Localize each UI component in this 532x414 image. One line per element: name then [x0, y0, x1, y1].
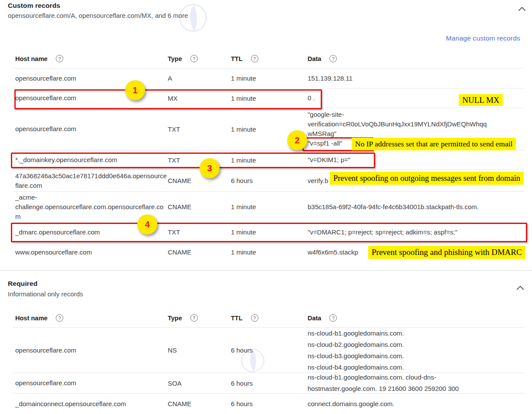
record-type: CNAME — [168, 400, 231, 407]
host-name: *._domainkey.opensourceflare.com — [15, 156, 117, 163]
record-ttl: 1 minute — [231, 203, 308, 210]
record-type: TXT — [168, 156, 231, 164]
help-icon[interactable]: ? — [251, 55, 258, 62]
record-data: verify.b — [308, 176, 524, 186]
record-type: CNAME — [168, 203, 231, 210]
record-ttl: 1 minute — [231, 95, 308, 102]
host-name: _dmarc.opensourceflare.com — [15, 228, 100, 236]
section-divider — [0, 270, 532, 271]
table-row-domainconnect: _domainconnect.opensourceflare.com CNAME… — [13, 394, 524, 414]
record-ttl: 6 hours — [231, 177, 308, 184]
table-row-mx: opensourceflare.com MX 1 minute 0 . — [13, 88, 524, 108]
col-data: Data — [308, 55, 321, 62]
record-data: 0 . — [308, 93, 524, 103]
record-data: "google-site- — [308, 110, 524, 119]
record-ttl: 1 minute — [231, 75, 308, 82]
required-subtitle: Informational only records — [8, 290, 83, 298]
table-row-dkim: *._domainkey.opensourceflare.com TXT 1 m… — [13, 150, 524, 170]
record-type: MX — [168, 95, 231, 102]
record-data: wMSRag" — [308, 129, 524, 139]
custom-table-header-row: Host name? Type? TTL? Data? — [13, 49, 524, 68]
host-name: opensourceflare.com — [15, 379, 76, 387]
table-row-txt-spf: opensourceflare.com TXT 1 minute "google… — [13, 108, 524, 150]
record-data: "v=DKIM1; p=" — [308, 155, 524, 165]
record-ttl: 1 minute — [231, 126, 308, 133]
custom-records-title: Custom records — [8, 2, 60, 10]
help-icon[interactable]: ? — [56, 314, 63, 322]
required-title: Required — [8, 280, 37, 288]
host-name: opensourceflare.com — [15, 125, 76, 132]
record-ttl: 1 minute — [231, 228, 308, 236]
col-host-name: Host name — [15, 315, 47, 322]
record-type: TXT — [168, 126, 231, 133]
help-icon[interactable]: ? — [329, 55, 337, 62]
table-row-www: www.opensourceflare.com CNAME 1 minute w… — [13, 242, 524, 262]
record-data: "v=DMARC1; p=reject; sp=reject; adkim=s;… — [308, 227, 524, 237]
record-type: CNAME — [168, 177, 231, 184]
host-name: 47a368246a3c50ac1e78171ddd0e646a.opensou… — [15, 172, 167, 189]
host-name: www.opensourceflare.com — [15, 248, 92, 256]
record-type: A — [168, 75, 231, 82]
host-name: opensourceflare.com — [15, 346, 76, 354]
watermark-logo — [176, 3, 210, 36]
host-name: _domainconnect.opensourceflare.com — [15, 400, 126, 407]
host-name: opensourceflare.com — [15, 94, 76, 102]
record-data: 151.139.128.11 — [308, 74, 524, 83]
record-ttl: 1 minute — [231, 156, 308, 164]
record-type: SOA — [168, 380, 231, 387]
help-icon[interactable]: ? — [56, 55, 63, 62]
help-icon[interactable]: ? — [190, 55, 198, 62]
record-ttl: 6 hours — [231, 400, 308, 407]
record-data: verification=cR0oLVoQbJBunHqJxx19MYLNdXf… — [308, 119, 524, 129]
col-host-name: Host name — [15, 55, 47, 62]
table-row-ns: opensourceflare.com NS 6 hours ns-cloud-… — [13, 328, 524, 373]
table-row-acme: _acme-challenge.opensourceflare.com.open… — [13, 192, 524, 222]
collapse-chevron-up-icon[interactable] — [515, 282, 525, 293]
required-table-header-row: Host name? Type? TTL? Data? — [13, 309, 524, 328]
record-data: ns-cloud-b1.googledomains.com. — [308, 328, 524, 339]
col-ttl: TTL — [231, 315, 243, 322]
record-data: w4f6x6m5.stackp — [308, 248, 524, 257]
record-data: connect.domains.google.com. — [308, 398, 524, 410]
record-data: b35c185a-69f2-40fa-94fc-fe4c6b34001b.sta… — [308, 202, 524, 212]
host-name: _acme-challenge.opensourceflare.com.open… — [15, 193, 163, 220]
help-icon[interactable]: ? — [251, 314, 258, 322]
col-ttl: TTL — [231, 55, 243, 62]
col-type: Type — [168, 55, 182, 62]
record-data-spf: "v=spf1 -all" — [308, 139, 524, 148]
help-icon[interactable]: ? — [190, 314, 198, 322]
record-data: ns-cloud-b4.googledomains.com. — [308, 362, 524, 373]
record-data: ns-cloud-b1.googledomains.com. cloud-dns… — [308, 372, 524, 383]
record-data: hostmaster.google.com. 19 21600 3600 259… — [308, 383, 524, 394]
custom-records-subtitle: opensourceflare.com/A, opensourceflare.c… — [8, 12, 188, 19]
collapse-chevron-up-icon[interactable] — [517, 3, 527, 14]
table-row-soa: opensourceflare.com SOA 6 hours ns-cloud… — [13, 373, 524, 394]
table-row-verify-cname: 47a368246a3c50ac1e78171ddd0e646a.opensou… — [13, 170, 524, 192]
record-ttl: 6 hours — [231, 346, 308, 354]
record-type: NS — [168, 346, 231, 354]
help-icon[interactable]: ? — [329, 314, 337, 322]
record-type: CNAME — [168, 248, 231, 256]
record-type: TXT — [168, 228, 231, 236]
col-type: Type — [168, 315, 182, 322]
manage-custom-records-link[interactable]: Manage custom records — [446, 34, 520, 42]
record-ttl: 6 hours — [231, 380, 308, 387]
record-data: ns-cloud-b3.googledomains.com. — [308, 350, 524, 362]
host-name: opensourceflare.com — [15, 75, 76, 82]
table-row-dmarc: _dmarc.opensourceflare.com TXT 1 minute … — [13, 222, 524, 242]
table-row-a: opensourceflare.com A 1 minute 151.139.1… — [13, 68, 524, 88]
record-ttl: 1 minute — [231, 248, 308, 256]
record-data: ns-cloud-b2.googledomains.com. — [308, 339, 524, 350]
col-data: Data — [308, 315, 321, 322]
